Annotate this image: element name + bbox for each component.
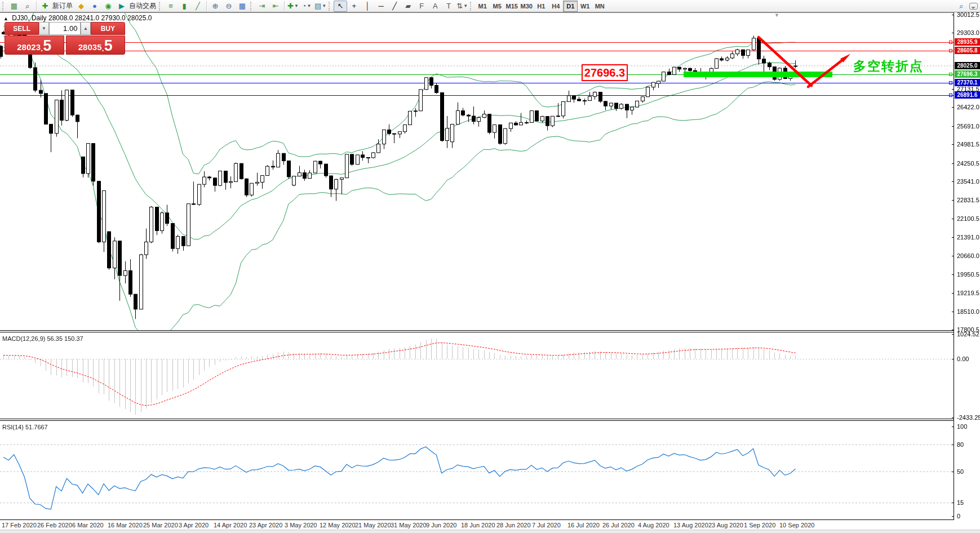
- axis-tick-mark: [952, 144, 954, 145]
- axis-tick-mark: [952, 359, 954, 359]
- axis-tick-mark: [952, 181, 954, 182]
- rsi-tick-label: 100: [957, 423, 967, 430]
- templates-icon[interactable]: ▤▼: [313, 1, 327, 12]
- axis-tick-mark: [952, 107, 954, 108]
- buy-price-display[interactable]: 28035.5: [66, 35, 126, 55]
- date-tick-label: 7 Jul 2020: [532, 522, 561, 528]
- price-badge-27370.1: 27370.1: [955, 79, 980, 86]
- date-tick-label: 26 Jul 2020: [602, 522, 635, 528]
- price-tick-label: 18510.0: [957, 308, 979, 315]
- price-tick-label: 24981.5: [957, 141, 979, 148]
- timeframe-h4-button[interactable]: H4: [548, 1, 563, 12]
- axis-tick-mark: [952, 89, 954, 90]
- axis-tick-mark: [952, 330, 954, 330]
- sell-price-int: 28023: [17, 42, 41, 53]
- price-tick-label: 19219.5: [957, 290, 979, 296]
- fibonacci-icon[interactable]: F: [415, 1, 428, 12]
- chart-canvas[interactable]: [0, 12, 954, 520]
- timeframe-m30-button[interactable]: M30: [519, 1, 534, 12]
- date-tick-label: 6 Mar 2020: [72, 522, 104, 528]
- macd-indicator-label: MACD(12,26,9) 56.35 150.37: [2, 335, 83, 342]
- arrows-icon[interactable]: ⇅▼: [455, 1, 469, 12]
- sell-button[interactable]: SELL: [5, 22, 39, 35]
- zoom-out-icon[interactable]: ⊖: [222, 1, 236, 12]
- bar-chart-icon[interactable]: ≡: [164, 1, 178, 12]
- chat-icon[interactable]: [969, 3, 978, 10]
- timeframe-h1-button[interactable]: H1: [534, 1, 548, 12]
- axis-tick-mark: [952, 293, 954, 294]
- chart-shift-icon[interactable]: ⇤: [269, 1, 282, 12]
- price-badge-28935.9: 28935.9: [955, 38, 980, 46]
- tile-windows-icon[interactable]: ▦: [236, 1, 249, 12]
- price-tick-label: 21391.0: [957, 234, 979, 241]
- date-tick-label: 16 Jul 2020: [567, 522, 600, 528]
- date-tick-label: 28 Jun 2020: [496, 522, 531, 528]
- trendline-icon[interactable]: ╱: [388, 1, 401, 12]
- price-tick-label: 22831.5: [957, 197, 979, 203]
- new-order-button[interactable]: ✚: [38, 1, 52, 12]
- timeframe-m5-button[interactable]: M5: [490, 1, 504, 12]
- toolbar-separator: [284, 1, 285, 11]
- auto-scroll-icon[interactable]: ⇥: [255, 1, 269, 12]
- quotes-icon[interactable]: ◆: [74, 1, 88, 12]
- zoom-in-icon[interactable]: ⊕: [209, 1, 222, 12]
- timeframe-d1-button[interactable]: D1: [563, 1, 578, 12]
- rsi-tick-label: 50: [957, 468, 964, 475]
- buy-button[interactable]: BUY: [91, 22, 125, 35]
- accounts-icon[interactable]: ●: [88, 1, 101, 12]
- price-axis[interactable]: 30012.529303.027131.526422.025691.024981…: [954, 12, 980, 520]
- axis-tick-mark: [952, 312, 954, 312]
- periods-icon[interactable]: ◔▼: [300, 1, 313, 12]
- new-chart-icon[interactable]: ▦: [7, 1, 21, 12]
- candlestick-chart-icon[interactable]: ▮: [178, 1, 191, 12]
- axis-tick-mark: [952, 427, 954, 427]
- line-chart-icon[interactable]: ╱: [191, 1, 205, 12]
- text-icon[interactable]: A: [428, 1, 442, 12]
- rsi-tick-label: 80: [957, 441, 964, 448]
- chart-shift-marker-icon[interactable]: ▼: [774, 12, 779, 18]
- axis-tick-mark: [952, 126, 954, 127]
- date-tick-label: 16 Mar 2020: [108, 522, 143, 528]
- pivot-price-callout[interactable]: 27696.3: [582, 64, 628, 81]
- rsi-tick-label: 0: [957, 513, 960, 519]
- indicators-icon[interactable]: ✚▼: [286, 1, 300, 12]
- volume-input[interactable]: 1.00: [49, 22, 81, 35]
- date-axis[interactable]: 17 Feb 202026 Feb 20206 Mar 202016 Mar 2…: [0, 520, 980, 530]
- date-tick-label: 13 Aug 2020: [673, 522, 708, 528]
- profiles-icon[interactable]: ⌕: [21, 1, 34, 12]
- toolbar-grip: [329, 2, 332, 11]
- signals-icon[interactable]: ◉: [101, 1, 115, 12]
- vertical-line-icon[interactable]: │: [361, 1, 374, 12]
- collapse-panel-icon[interactable]: ▲: [3, 16, 8, 21]
- autotrading-button[interactable]: ▶: [115, 1, 128, 12]
- crosshair-icon[interactable]: +: [347, 1, 361, 12]
- toolbar-grip: [2, 2, 6, 11]
- sell-price-display[interactable]: 28023.5: [5, 35, 64, 55]
- axis-tick-mark: [952, 33, 954, 33]
- axis-tick-mark: [952, 417, 954, 418]
- axis-tick-mark: [952, 445, 954, 445]
- timeframe-mn-button[interactable]: MN: [592, 1, 607, 12]
- new-order-label[interactable]: 新订单: [52, 1, 73, 11]
- toolbar: ▦⌕✚新订单◆●◉▶自动交易≡▮╱⊕⊖▦⇥⇤✚▼◔▼▤▼↖+│─╱▰FAT⇅▼M…: [0, 0, 980, 12]
- axis-tick-mark: [952, 200, 954, 201]
- volume-up-button[interactable]: ▲: [81, 22, 90, 35]
- timeframe-m15-button[interactable]: M15: [504, 1, 519, 12]
- macd-tick-label: 0.00: [957, 356, 969, 362]
- price-tick-label: 24250.5: [957, 160, 979, 167]
- search-icon[interactable]: ⌕: [955, 1, 968, 12]
- horizontal-line-icon[interactable]: ─: [374, 1, 388, 12]
- date-tick-label: 1 Sep 2020: [744, 522, 775, 528]
- volume-down-button[interactable]: ▼: [39, 22, 48, 35]
- timeframe-m1-button[interactable]: M1: [475, 1, 490, 12]
- cursor-icon[interactable]: ↖: [334, 1, 347, 12]
- price-badge-27696.3: 27696.3: [955, 70, 980, 78]
- autotrading-label[interactable]: 自动交易: [129, 1, 156, 11]
- label-icon[interactable]: T: [442, 1, 455, 12]
- price-tick-label: 25691.0: [957, 123, 979, 130]
- equidistant-channel-icon[interactable]: ▰: [401, 1, 415, 12]
- pivot-text-label[interactable]: 多空转折点: [853, 57, 924, 75]
- timeframe-w1-button[interactable]: W1: [578, 1, 592, 12]
- date-tick-label: 21 May 2020: [355, 522, 391, 528]
- rsi-tick-label: 15: [957, 499, 964, 506]
